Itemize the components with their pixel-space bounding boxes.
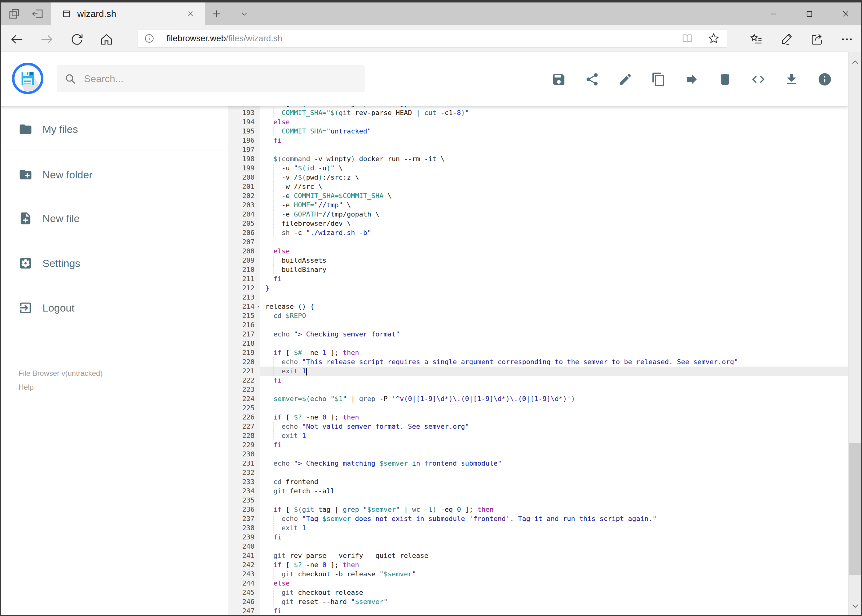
tab-wizard-sh[interactable]: wizard.sh [51,2,205,25]
code-line-text[interactable]: if [ $? -ne 0 ]; then [260,560,848,570]
code-editor[interactable]: 192 if [ "$(command -v git)" != "" ]; th… [228,106,848,616]
favorites-hub-button[interactable] [748,31,765,48]
code-line-text[interactable]: fi [260,376,848,385]
set-tabs-aside-button[interactable] [30,6,46,22]
code-line-text[interactable]: release () { [260,302,848,311]
scrollbar-thumb[interactable] [849,443,861,575]
fold-marker-icon[interactable]: ▾ [257,302,260,311]
sidebar-item-new-file[interactable]: New file [0,205,228,232]
code-line-text[interactable]: COMMIT_SHA="untracked" [260,127,848,136]
code-line-text[interactable]: if [ $? -ne 0 ]; then [260,413,848,422]
code-line-text[interactable] [260,542,848,551]
code-line-text[interactable]: -e COMMIT_SHA=$COMMIT_SHA \ [260,191,848,201]
file-share-button[interactable] [585,72,599,87]
move-button[interactable] [684,72,699,87]
code-line-text[interactable]: else [260,118,848,127]
code-line-text[interactable] [260,339,848,348]
help-link[interactable]: Help [19,383,33,391]
code-line-text[interactable]: buildAssets [260,256,848,265]
code-line-text[interactable] [260,293,848,302]
site-info-icon[interactable] [138,33,161,44]
code-line-text[interactable]: exit 1 [260,366,848,376]
home-button[interactable] [98,31,115,48]
code-line-text[interactable]: exit 1 [260,431,848,440]
share-button[interactable] [808,31,826,48]
code-line-text[interactable]: -w //src \ [260,182,848,191]
refresh-button[interactable] [68,31,85,48]
code-line-text[interactable]: if [ $(git tag | grep "$semver" | wc -l)… [260,505,848,514]
code-line-text[interactable] [260,321,848,330]
scroll-up-button[interactable] [848,55,862,70]
code-line-text[interactable]: -v /$(pwd):/src:z \ [260,173,848,182]
tab-list-button[interactable] [236,6,252,22]
code-line-text[interactable] [260,145,848,154]
add-favorite-button[interactable] [700,32,727,45]
code-line-text[interactable]: cd frontend [260,477,848,487]
code-line-text[interactable]: -e GOPATH=//tmp/gopath \ [260,210,848,219]
delete-button[interactable] [718,72,733,87]
minimize-button[interactable] [764,7,783,21]
vertical-scrollbar[interactable] [848,52,862,616]
code-line-text[interactable]: else [260,579,848,588]
code-line-text[interactable]: } [260,284,848,293]
reading-view-button[interactable] [674,32,700,45]
code-line-text[interactable]: git checkout release [260,588,848,597]
copy-button[interactable] [651,72,666,87]
code-line-text[interactable] [260,496,848,505]
code-line-text[interactable]: exit 1 [260,523,848,533]
code-line-text[interactable]: echo "> Checking matching $semver in fro… [260,459,848,468]
code-line-text[interactable] [260,468,848,477]
back-button[interactable] [8,31,25,48]
tab-close-button[interactable] [184,8,197,20]
search-input[interactable] [84,73,349,85]
more-menu-button[interactable] [838,31,856,48]
info-button[interactable] [817,72,832,87]
code-line-text[interactable]: git checkout -b release "$semver" [260,570,848,579]
code-line-text[interactable]: fi [260,607,848,616]
sidebar-item-logout[interactable]: Logout [0,295,228,321]
code-line-text[interactable]: else [260,247,848,256]
code-line-text[interactable] [260,385,848,394]
close-window-button[interactable] [837,7,855,21]
code-line-text[interactable]: echo "> Checking semver format" [260,330,848,339]
sidebar-item-settings[interactable]: Settings [0,250,228,277]
code-line-text[interactable]: fi [260,136,848,145]
rename-button[interactable] [618,72,633,87]
code-line-text[interactable] [260,237,848,247]
code-line-text[interactable]: echo "Not valid semver format. See semve… [260,422,848,431]
code-line-text[interactable]: -u "$(id -u)" \ [260,163,848,173]
code-line-text[interactable]: if [ $# -ne 1 ]; then [260,348,848,357]
maximize-button[interactable] [800,7,819,21]
code-line-text[interactable]: buildBinary [260,265,848,274]
code-line-text[interactable]: semver=$(echo "$1" | grep -P '^v(0|[1-9]… [260,394,848,404]
code-line-text[interactable]: fi [260,440,848,449]
code-line-text[interactable]: sh -c "./wizard.sh -b" [260,228,848,237]
code-line-text[interactable] [260,404,848,413]
save-button[interactable] [552,72,566,87]
code-line-text[interactable]: git fetch --all [260,487,848,496]
new-tab-button[interactable] [209,6,225,22]
code-line-text[interactable]: echo "This release script requires a sin… [260,357,848,366]
code-line-text[interactable]: fi [260,533,848,542]
code-line-text[interactable]: $(command -v winpty) docker run --rm -it… [260,154,848,163]
code-line-text[interactable]: filebrowser/dev \ [260,219,848,228]
scroll-down-button[interactable] [848,598,862,614]
code-line-text[interactable]: if [ "$(command -v git)" != "" ]; then [260,106,848,108]
forward-button[interactable] [38,31,55,48]
tab-preview-button[interactable] [6,6,22,22]
code-line-text[interactable]: COMMIT_SHA="$(git rev-parse HEAD | cut -… [260,108,848,118]
app-logo[interactable] [12,63,44,94]
code-line-text[interactable]: -e HOME="//tmp" \ [260,201,848,210]
sidebar-item-new-folder[interactable]: New folder [0,162,228,188]
download-button[interactable] [784,72,799,87]
web-note-button[interactable] [778,31,795,48]
sidebar-item-my-files[interactable]: My files [0,116,228,142]
code-line-text[interactable] [260,449,848,459]
url-box[interactable]: filebrowser.web/files/wizard.sh [137,29,727,48]
code-line-text[interactable]: git reset --hard "$semver" [260,597,848,607]
code-line-text[interactable]: cd $REPO [260,311,848,321]
view-source-button[interactable] [751,72,766,87]
code-line-text[interactable]: echo "Tag $semver does not exist in subm… [260,514,848,523]
code-line-text[interactable]: git rev-parse --verify --quiet release [260,551,848,560]
code-line-text[interactable]: fi [260,274,848,284]
